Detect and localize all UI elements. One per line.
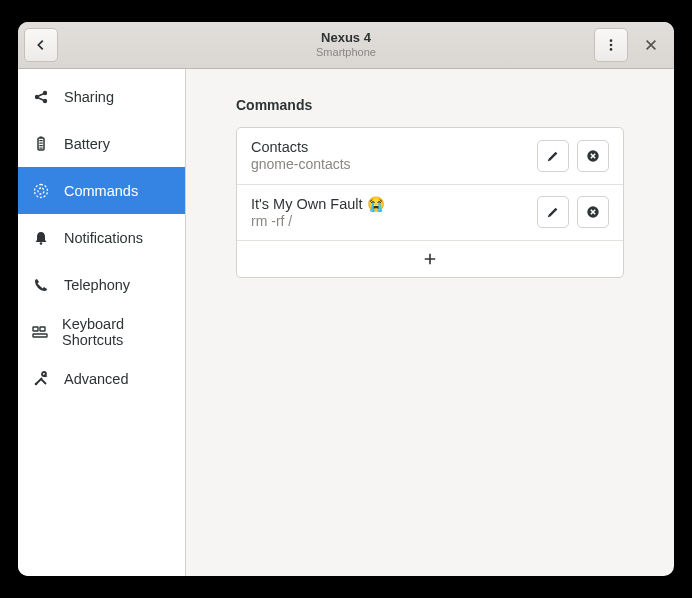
sidebar-item-sharing[interactable]: Sharing (18, 73, 185, 120)
edit-command-button[interactable] (537, 196, 569, 228)
window-title: Nexus 4 (316, 31, 376, 46)
tools-icon (32, 371, 50, 387)
sidebar-item-label: Battery (64, 136, 110, 152)
add-command-button[interactable] (237, 241, 623, 277)
back-button[interactable] (24, 28, 58, 62)
keyboard-icon (32, 324, 48, 340)
kebab-icon (604, 38, 618, 52)
battery-icon (32, 136, 50, 152)
svg-point-0 (610, 39, 613, 42)
menu-button[interactable] (594, 28, 628, 62)
remove-icon (586, 205, 600, 219)
headerbar: Nexus 4 Smartphone (18, 22, 674, 69)
close-icon (644, 38, 658, 52)
section-title: Commands (236, 97, 624, 113)
edit-command-button[interactable] (537, 140, 569, 172)
command-title: Contacts (251, 138, 537, 156)
svg-point-2 (610, 48, 613, 51)
delete-command-button[interactable] (577, 196, 609, 228)
command-row[interactable]: It's My Own Fault 😭 rm -rf / (237, 185, 623, 242)
pencil-icon (546, 205, 560, 219)
svg-rect-10 (39, 145, 42, 146)
sidebar-item-advanced[interactable]: Advanced (18, 355, 185, 402)
svg-rect-11 (39, 147, 42, 148)
svg-rect-9 (39, 142, 42, 143)
sidebar-item-label: Keyboard Shortcuts (62, 316, 171, 348)
command-subtitle: rm -rf / (251, 213, 537, 231)
svg-rect-13 (33, 327, 38, 331)
commands-list: Contacts gnome-contacts It's My (236, 127, 624, 278)
command-row[interactable]: Contacts gnome-contacts (237, 128, 623, 185)
sidebar-item-label: Notifications (64, 230, 143, 246)
phone-icon (32, 277, 50, 293)
window-subtitle: Smartphone (316, 46, 376, 59)
sidebar-item-label: Sharing (64, 89, 114, 105)
bell-icon (32, 230, 50, 246)
sidebar: Sharing Battery Commands Notifications (18, 69, 186, 576)
command-subtitle: gnome-contacts (251, 156, 537, 174)
svg-rect-7 (40, 136, 43, 138)
sidebar-item-commands[interactable]: Commands (18, 167, 185, 214)
pencil-icon (546, 149, 560, 163)
remove-icon (586, 149, 600, 163)
svg-point-1 (610, 44, 613, 47)
sidebar-item-notifications[interactable]: Notifications (18, 214, 185, 261)
sidebar-item-label: Telephony (64, 277, 130, 293)
svg-point-16 (35, 382, 38, 385)
settings-window: Nexus 4 Smartphone Sharing (18, 22, 674, 576)
delete-command-button[interactable] (577, 140, 609, 172)
sidebar-item-telephony[interactable]: Telephony (18, 261, 185, 308)
content-pane: Commands Contacts gnome-contacts (186, 69, 674, 576)
sidebar-item-label: Advanced (64, 371, 129, 387)
chevron-left-icon (34, 38, 48, 52)
command-title: It's My Own Fault 😭 (251, 195, 537, 213)
sidebar-item-keyboard-shortcuts[interactable]: Keyboard Shortcuts (18, 308, 185, 355)
svg-point-12 (40, 242, 43, 245)
header-titles: Nexus 4 Smartphone (316, 31, 376, 59)
sidebar-item-battery[interactable]: Battery (18, 120, 185, 167)
svg-rect-8 (39, 140, 42, 141)
plus-icon (423, 252, 437, 266)
sidebar-item-label: Commands (64, 183, 138, 199)
gear-icon (32, 183, 50, 199)
svg-rect-14 (40, 327, 45, 331)
svg-rect-15 (33, 334, 47, 337)
share-icon (32, 89, 50, 105)
close-button[interactable] (634, 28, 668, 62)
